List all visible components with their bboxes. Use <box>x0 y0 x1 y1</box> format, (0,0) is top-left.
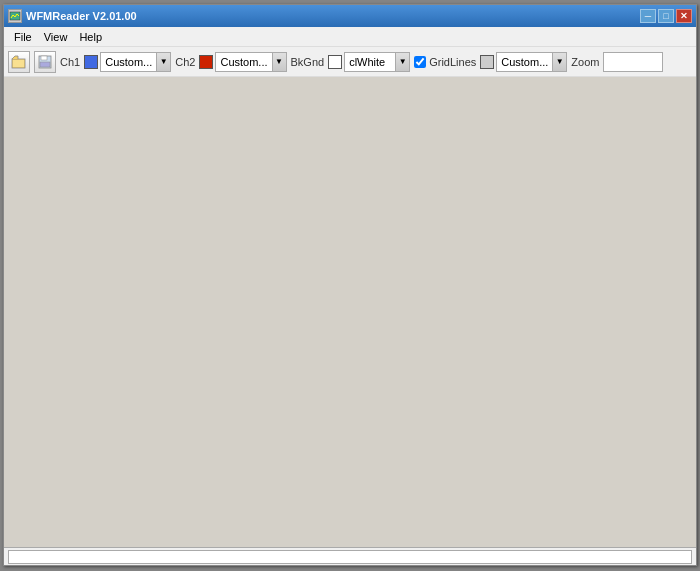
bkgnd-dropdown-arrow: ▼ <box>395 53 409 71</box>
gridlines-color-group: Custom... ▼ <box>480 52 567 72</box>
maximize-button[interactable]: □ <box>658 9 674 23</box>
gridlines-label: GridLines <box>429 56 476 68</box>
svg-rect-5 <box>40 62 50 67</box>
ch2-color-group: Custom... ▼ <box>199 52 286 72</box>
content-area <box>4 77 696 547</box>
window-title: WFMReader V2.01.00 <box>26 10 137 22</box>
ch1-dropdown-arrow: ▼ <box>156 53 170 71</box>
bkgnd-color-group: clWhite ▼ <box>328 52 410 72</box>
toolbar: Ch1 Custom... ▼ Ch2 Custom... ▼ BkGnd cl… <box>4 47 696 77</box>
bkgnd-color-swatch <box>328 55 342 69</box>
title-bar-buttons: ─ □ ✕ <box>640 9 692 23</box>
minimize-button[interactable]: ─ <box>640 9 656 23</box>
svg-rect-2 <box>13 60 24 67</box>
status-panel <box>8 550 692 564</box>
ch2-color-swatch <box>199 55 213 69</box>
menu-bar: File View Help <box>4 27 696 47</box>
zoom-label: Zoom <box>571 56 599 68</box>
menu-help[interactable]: Help <box>73 29 108 45</box>
gridlines-dropdown[interactable]: Custom... ▼ <box>496 52 567 72</box>
zoom-input[interactable] <box>603 52 663 72</box>
ch2-dropdown-arrow: ▼ <box>272 53 286 71</box>
main-window: WFMReader V2.01.00 ─ □ ✕ File View Help <box>3 4 697 566</box>
ch1-dropdown-text: Custom... <box>101 56 156 68</box>
ch1-color-group: Custom... ▼ <box>84 52 171 72</box>
gridlines-color-swatch <box>480 55 494 69</box>
gridlines-dropdown-arrow: ▼ <box>552 53 566 71</box>
ch1-dropdown[interactable]: Custom... ▼ <box>100 52 171 72</box>
app-icon <box>8 9 22 23</box>
ch1-color-swatch <box>84 55 98 69</box>
ch2-label: Ch2 <box>175 56 195 68</box>
ch2-dropdown[interactable]: Custom... ▼ <box>215 52 286 72</box>
menu-file[interactable]: File <box>8 29 38 45</box>
menu-view[interactable]: View <box>38 29 74 45</box>
title-bar: WFMReader V2.01.00 ─ □ ✕ <box>4 5 696 27</box>
open-button[interactable] <box>8 51 30 73</box>
gridlines-checkbox[interactable] <box>414 56 426 68</box>
bkgnd-dropdown[interactable]: clWhite ▼ <box>344 52 410 72</box>
bkgnd-label: BkGnd <box>291 56 325 68</box>
status-bar <box>4 547 696 565</box>
bkgnd-dropdown-text: clWhite <box>345 56 395 68</box>
svg-rect-4 <box>41 56 47 60</box>
save-button[interactable] <box>34 51 56 73</box>
ch1-label: Ch1 <box>60 56 80 68</box>
gridlines-checkbox-label[interactable]: GridLines <box>414 56 476 68</box>
close-button[interactable]: ✕ <box>676 9 692 23</box>
ch2-dropdown-text: Custom... <box>216 56 271 68</box>
title-bar-left: WFMReader V2.01.00 <box>8 9 137 23</box>
gridlines-dropdown-text: Custom... <box>497 56 552 68</box>
